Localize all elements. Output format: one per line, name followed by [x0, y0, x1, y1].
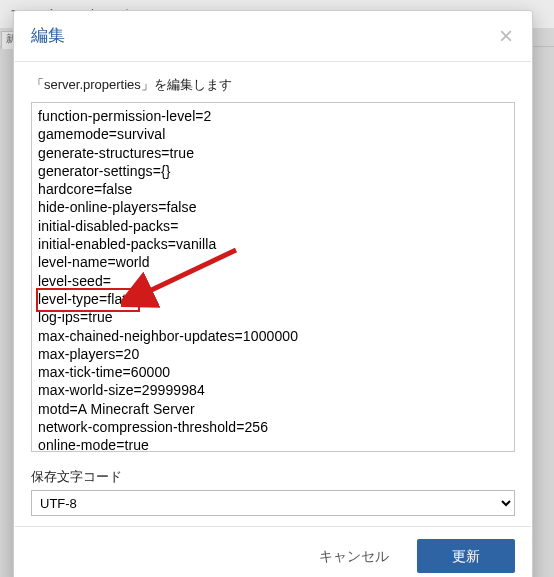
encoding-label: 保存文字コード	[31, 468, 515, 486]
file-content-textarea[interactable]	[31, 102, 515, 452]
modal-title: 編集	[31, 24, 497, 47]
encoding-select[interactable]: UTF-8	[31, 490, 515, 516]
editor-wrap	[31, 102, 515, 456]
cancel-button[interactable]: キャンセル	[305, 539, 403, 573]
edit-modal: 編集 × 「server.properties」を編集します 保存文字コード U…	[13, 10, 533, 577]
modal-footer: キャンセル 更新	[15, 526, 531, 577]
modal-body: 「server.properties」を編集します 保存文字コード UTF-8	[15, 62, 531, 526]
close-icon[interactable]: ×	[497, 28, 515, 44]
submit-button[interactable]: 更新	[417, 539, 515, 573]
modal-header: 編集 ×	[15, 12, 531, 62]
modal-subtitle: 「server.properties」を編集します	[31, 76, 515, 94]
